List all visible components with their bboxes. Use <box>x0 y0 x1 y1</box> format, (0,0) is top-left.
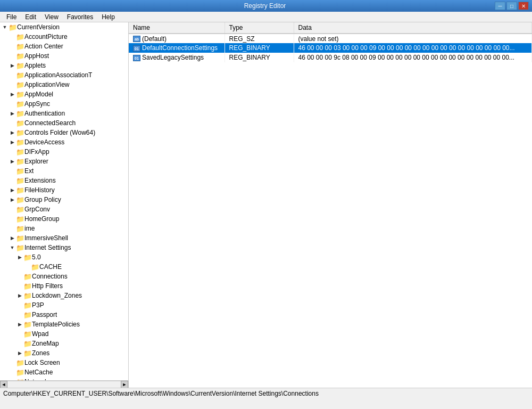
tree-item-filehistory[interactable]: ▶📁FileHistory <box>0 185 128 195</box>
tree-item-currentversion[interactable]: ▼📁CurrentVersion <box>0 22 128 32</box>
col-name[interactable]: Name <box>129 22 225 34</box>
expand-icon[interactable]: ▶ <box>9 196 16 203</box>
menu-item-file[interactable]: File <box>2 12 21 22</box>
expand-icon[interactable]: ▶ <box>9 91 16 98</box>
expand-icon[interactable]: ▶ <box>9 138 16 146</box>
folder-icon: 📁 <box>16 100 24 108</box>
folder-icon: 📁 <box>23 349 32 357</box>
tree-item-appsync[interactable]: 📁AppSync <box>0 99 128 109</box>
expand-icon[interactable]: ▶ <box>9 158 16 165</box>
folder-icon: 📁 <box>16 195 24 204</box>
expand-icon <box>9 119 16 127</box>
tree-item-applets[interactable]: ▶📁Applets <box>0 61 128 70</box>
expand-icon <box>9 167 16 175</box>
tree-item-internetsettings[interactable]: ▼📁Internet Settings <box>0 243 128 252</box>
tree-label: Controls Folder (Wow64) <box>24 129 95 136</box>
expand-icon[interactable]: ▶ <box>9 234 16 242</box>
tree-item-applicationview[interactable]: 📁ApplicationView <box>0 80 128 89</box>
tree-item-passport[interactable]: 📁Passport <box>0 310 128 320</box>
expand-icon[interactable]: ▶ <box>16 349 23 357</box>
tree-item-ime[interactable]: 📁ime <box>0 224 128 233</box>
menu-item-view[interactable]: View <box>40 12 63 22</box>
tree-item-appmodel[interactable]: ▶📁AppModel <box>0 89 128 99</box>
tree-item-httpfilters[interactable]: 📁Http Filters <box>0 281 128 291</box>
tree-item-ext[interactable]: 📁Ext <box>0 166 128 176</box>
tree-label: Http Filters <box>32 282 63 290</box>
folder-icon: 📁 <box>16 157 24 166</box>
tree-item-connections[interactable]: 📁Connections <box>0 272 128 281</box>
col-data[interactable]: Data <box>294 22 532 34</box>
tree-item-homegroup[interactable]: 📁HomeGroup <box>0 214 128 224</box>
menu-bar: FileEditViewFavoritesHelp <box>0 12 532 22</box>
tree-item-extensions[interactable]: 📁Extensions <box>0 176 128 185</box>
cell-type: REG_SZ <box>225 34 294 43</box>
menu-item-favorites[interactable]: Favorites <box>63 12 97 22</box>
tree-item-controlsfolder[interactable]: ▶📁Controls Folder (Wow64) <box>0 128 128 137</box>
tree-item-lockdown_zones[interactable]: ▶📁Lockdown_Zones <box>0 291 128 300</box>
status-bar: Computer\HKEY_CURRENT_USER\Software\Micr… <box>0 388 532 398</box>
table-row[interactable]: 01DefaultConnectionSettingsREG_BINARY46 … <box>129 43 532 53</box>
expand-icon[interactable]: ▼ <box>1 23 9 31</box>
tree-item-5point0[interactable]: ▶📁5.0 <box>0 252 128 262</box>
tree-label: P3P <box>32 301 44 309</box>
expand-icon[interactable]: ▶ <box>16 292 23 299</box>
tree-item-difxapp[interactable]: 📁DIFxApp <box>0 147 128 157</box>
folder-icon: 📁 <box>16 80 24 89</box>
table-row[interactable]: ab(Default)REG_SZ(value not set) <box>129 34 532 43</box>
cell-name: 01SavedLegacySettings <box>129 53 225 62</box>
tree-item-explorer[interactable]: ▶📁Explorer <box>0 157 128 166</box>
tree-item-authentication[interactable]: ▶📁Authentication <box>0 109 128 118</box>
expand-icon[interactable]: ▶ <box>9 62 16 69</box>
tree-item-lockscreen[interactable]: 📁Lock Screen <box>0 358 128 367</box>
tree-item-templatepolicies[interactable]: ▶📁TemplatePolicies <box>0 320 128 329</box>
tree-label: CurrentVersion <box>17 23 60 31</box>
tree-label: Ext <box>24 167 34 175</box>
menu-item-help[interactable]: Help <box>97 12 119 22</box>
expand-icon <box>9 81 16 88</box>
expand-icon[interactable]: ▶ <box>16 321 23 328</box>
tree-item-actioncenter[interactable]: 📁Action Center <box>0 42 128 51</box>
table-row[interactable]: 01SavedLegacySettingsREG_BINARY46 00 00 … <box>129 53 532 62</box>
minimize-button[interactable]: ─ <box>495 2 505 10</box>
title-bar-title: Registry Editor <box>35 2 495 10</box>
expand-icon[interactable]: ▶ <box>9 129 16 136</box>
expand-icon[interactable]: ▶ <box>9 110 16 117</box>
tree-item-immersiveshell[interactable]: ▶📁ImmersiveShell <box>0 233 128 243</box>
folder-icon: 📁 <box>16 368 24 377</box>
tree-item-zonemap[interactable]: 📁ZoneMap <box>0 339 128 348</box>
tree-item-wpad[interactable]: 📁Wpad <box>0 329 128 339</box>
tree-item-grpconv[interactable]: 📁GrpConv <box>0 204 128 214</box>
tree-label: Zones <box>32 349 49 357</box>
tree-item-apphost[interactable]: 📁AppHost <box>0 51 128 61</box>
tree-scroll[interactable]: ▼📁CurrentVersion📁AccountPicture📁Action C… <box>0 22 128 380</box>
close-button[interactable]: ✕ <box>518 2 529 10</box>
binary-icon: 01 <box>133 55 140 61</box>
tree-item-grouppolicy[interactable]: ▶📁Group Policy <box>0 195 128 204</box>
tree-item-applicationassociationt[interactable]: 📁ApplicationAssociationT <box>0 70 128 80</box>
maximize-button[interactable]: □ <box>506 2 517 10</box>
folder-icon: 📁 <box>23 310 32 319</box>
content-area: ▼📁CurrentVersion📁AccountPicture📁Action C… <box>0 22 532 388</box>
tree-item-connectedsearch[interactable]: 📁ConnectedSearch <box>0 118 128 128</box>
menu-item-edit[interactable]: Edit <box>21 12 40 22</box>
folder-icon: 📁 <box>23 272 32 281</box>
col-type[interactable]: Type <box>225 22 294 34</box>
tree-item-cache[interactable]: 📁CACHE <box>0 262 128 272</box>
expand-icon <box>9 71 16 79</box>
tree-item-deviceaccess[interactable]: ▶📁DeviceAccess <box>0 137 128 147</box>
tree-item-zones[interactable]: ▶📁Zones <box>0 348 128 358</box>
folder-icon: 📁 <box>16 109 24 118</box>
tree-item-accountpicture[interactable]: 📁AccountPicture <box>0 32 128 42</box>
tree-item-netcache[interactable]: 📁NetCache <box>0 367 128 377</box>
folder-icon: 📁 <box>23 330 32 338</box>
folder-icon: 📁 <box>23 301 32 309</box>
expand-icon[interactable]: ▼ <box>9 244 16 251</box>
tree-hscroll[interactable]: ◄ ► <box>0 380 128 388</box>
expand-icon[interactable]: ▶ <box>16 253 23 261</box>
expand-icon[interactable]: ▶ <box>9 186 16 194</box>
folder-icon: 📁 <box>16 128 24 137</box>
expand-icon <box>9 43 16 50</box>
tree-item-p3p[interactable]: 📁P3P <box>0 300 128 310</box>
name-text: (Default) <box>142 35 167 43</box>
tree-label: DeviceAccess <box>24 138 64 146</box>
